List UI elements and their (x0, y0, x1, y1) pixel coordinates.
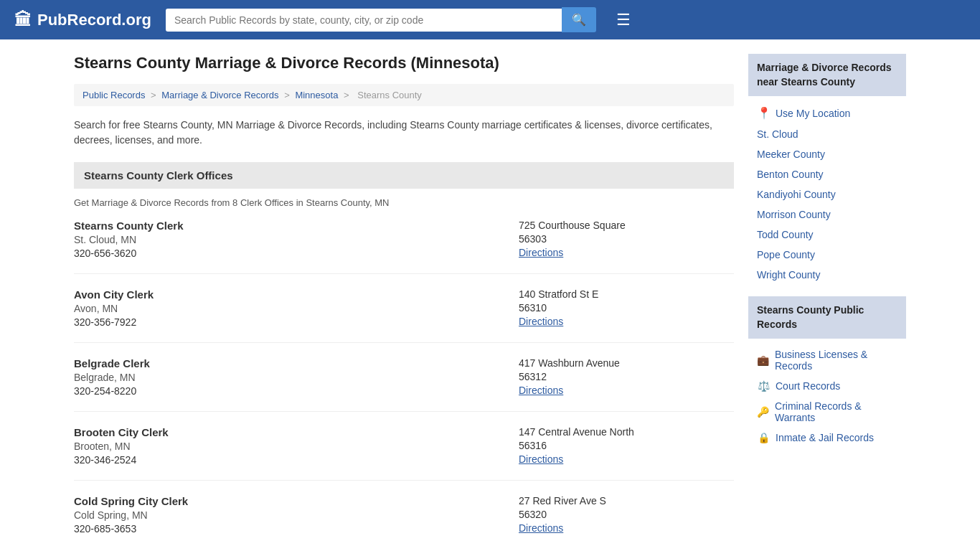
clerk-record: Brooten City Clerk Brooten, MN 320-346-2… (74, 426, 734, 481)
clerk-city: Brooten, MN (74, 441, 519, 452)
search-button[interactable]: 🔍 (562, 7, 596, 32)
clerk-address: 147 Central Avenue North 56316 Direction… (519, 426, 734, 466)
nearby-link[interactable]: St. Cloud (757, 128, 798, 140)
clerk-phone: 320-346-2524 (74, 454, 519, 466)
clerk-phone: 320-685-3653 (74, 523, 519, 534)
section-desc: Get Marriage & Divorce Records from 8 Cl… (74, 197, 734, 208)
clerk-city: St. Cloud, MN (74, 234, 519, 245)
directions-link[interactable]: Directions (519, 316, 563, 327)
nearby-link[interactable]: Benton County (757, 169, 824, 180)
clerk-name: Brooten City Clerk (74, 426, 519, 438)
sidebar-public-records: 💼 Business Licenses & Records ⚖️ Court R… (748, 344, 906, 448)
logo-icon: 🏛 (14, 10, 32, 30)
record-icon: 🔑 (757, 406, 769, 418)
clerk-record: Stearns County Clerk St. Cloud, MN 320-6… (74, 220, 734, 274)
breadcrumb-marriage[interactable]: Marriage & Divorce Records (161, 90, 278, 100)
clerk-street: 725 Courthouse Square (519, 220, 734, 231)
clerk-address: 417 Washburn Avenue 56312 Directions (519, 357, 734, 397)
sidebar-nearby-list: 📍 Use My Location St. CloudMeeker County… (748, 102, 906, 285)
record-icon: 💼 (757, 354, 769, 366)
sidebar-use-location[interactable]: 📍 Use My Location (748, 102, 906, 124)
record-icon: 🔒 (757, 432, 770, 443)
nearby-link[interactable]: Todd County (757, 229, 814, 240)
sidebar-public-record-item[interactable]: 🔒 Inmate & Jail Records (748, 428, 906, 448)
clerk-street: 147 Central Avenue North (519, 426, 734, 438)
sidebar-nearby-item[interactable]: Wright County (748, 265, 906, 285)
logo-text: PubRecord.org (37, 11, 151, 29)
clerk-name: Avon City Clerk (74, 288, 519, 301)
sidebar-nearby-item[interactable]: Benton County (748, 164, 906, 184)
sidebar-nearby-items: St. CloudMeeker CountyBenton CountyKandi… (748, 124, 906, 285)
page-title: Stearns County Marriage & Divorce Record… (74, 54, 734, 72)
clerk-address: 140 Stratford St E 56310 Directions (519, 288, 734, 328)
breadcrumb-minnesota[interactable]: Minnesota (295, 90, 338, 100)
record-link[interactable]: Inmate & Jail Records (776, 432, 874, 443)
sidebar-nearby-title: Marriage & Divorce Records near Stearns … (748, 54, 906, 96)
search-area: 🔍 (166, 7, 596, 32)
sidebar-public-records-title: Stearns County Public Records (748, 296, 906, 339)
clerk-street: 27 Red River Ave S (519, 495, 734, 507)
content-area: Stearns County Marriage & Divorce Record… (74, 54, 734, 551)
sidebar-public-record-item[interactable]: ⚖️ Court Records (748, 376, 906, 396)
nearby-link[interactable]: Morrison County (757, 209, 831, 220)
clerk-info: Brooten City Clerk Brooten, MN 320-346-2… (74, 426, 519, 466)
sidebar-nearby-item[interactable]: Pope County (748, 245, 906, 265)
clerk-phone: 320-254-8220 (74, 385, 519, 397)
breadcrumb-sep-3: > (344, 90, 352, 100)
sidebar-public-record-item[interactable]: 🔑 Criminal Records & Warrants (748, 396, 906, 428)
breadcrumb-public-records[interactable]: Public Records (83, 90, 145, 100)
clerk-zip: 56312 (519, 371, 734, 382)
page-description: Search for free Stearns County, MN Marri… (74, 118, 734, 148)
sidebar-nearby-item[interactable]: Morrison County (748, 204, 906, 225)
clerk-name: Belgrade Clerk (74, 357, 519, 369)
clerk-list: Stearns County Clerk St. Cloud, MN 320-6… (74, 220, 734, 549)
breadcrumb-sep-2: > (284, 90, 292, 100)
directions-link[interactable]: Directions (519, 522, 563, 534)
clerk-street: 417 Washburn Avenue (519, 357, 734, 369)
clerk-street: 140 Stratford St E (519, 288, 734, 300)
section-header: Stearns County Clerk Offices (74, 162, 734, 189)
clerk-zip: 56320 (519, 509, 734, 520)
clerk-city: Belgrade, MN (74, 372, 519, 383)
breadcrumb-sep-1: > (151, 90, 159, 100)
clerk-record: Avon City Clerk Avon, MN 320-356-7922 14… (74, 288, 734, 343)
clerk-name: Stearns County Clerk (74, 220, 519, 232)
breadcrumb: Public Records > Marriage & Divorce Reco… (74, 84, 734, 106)
clerk-phone: 320-356-7922 (74, 316, 519, 328)
clerk-record: Cold Spring City Clerk Cold Spring, MN 3… (74, 495, 734, 549)
nearby-link[interactable]: Kandiyohi County (757, 189, 836, 200)
directions-link[interactable]: Directions (519, 385, 563, 396)
menu-button[interactable]: ☰ (611, 8, 636, 32)
nearby-link[interactable]: Wright County (757, 269, 820, 281)
header: 🏛 PubRecord.org 🔍 ☰ (0, 0, 980, 39)
nearby-link[interactable]: Meeker County (757, 149, 825, 160)
clerk-address: 27 Red River Ave S 56320 Directions (519, 495, 734, 534)
clerk-address: 725 Courthouse Square 56303 Directions (519, 220, 734, 259)
clerk-name: Cold Spring City Clerk (74, 495, 519, 507)
sidebar-nearby-item[interactable]: St. Cloud (748, 124, 906, 144)
clerk-zip: 56316 (519, 440, 734, 451)
sidebar-nearby-item[interactable]: Meeker County (748, 144, 906, 164)
clerk-zip: 56310 (519, 302, 734, 314)
clerk-phone: 320-656-3620 (74, 248, 519, 259)
record-link[interactable]: Criminal Records & Warrants (775, 400, 897, 423)
sidebar: Marriage & Divorce Records near Stearns … (748, 54, 906, 551)
record-icon: ⚖️ (757, 380, 770, 392)
use-location-label: Use My Location (776, 108, 850, 119)
main-container: Stearns County Marriage & Divorce Record… (60, 39, 920, 551)
sidebar-public-record-item[interactable]: 💼 Business Licenses & Records (748, 344, 906, 376)
logo[interactable]: 🏛 PubRecord.org (14, 10, 151, 30)
record-link[interactable]: Business Licenses & Records (775, 349, 897, 372)
search-input[interactable] (166, 9, 562, 32)
clerk-record: Belgrade Clerk Belgrade, MN 320-254-8220… (74, 357, 734, 412)
location-icon: 📍 (757, 106, 771, 120)
sidebar-nearby-item[interactable]: Todd County (748, 225, 906, 245)
clerk-city: Avon, MN (74, 303, 519, 314)
sidebar-nearby-item[interactable]: Kandiyohi County (748, 184, 906, 204)
nearby-link[interactable]: Pope County (757, 249, 815, 260)
directions-link[interactable]: Directions (519, 247, 563, 258)
breadcrumb-stearns: Stearns County (357, 90, 422, 100)
directions-link[interactable]: Directions (519, 453, 563, 465)
record-link[interactable]: Court Records (776, 380, 840, 392)
clerk-zip: 56303 (519, 233, 734, 245)
